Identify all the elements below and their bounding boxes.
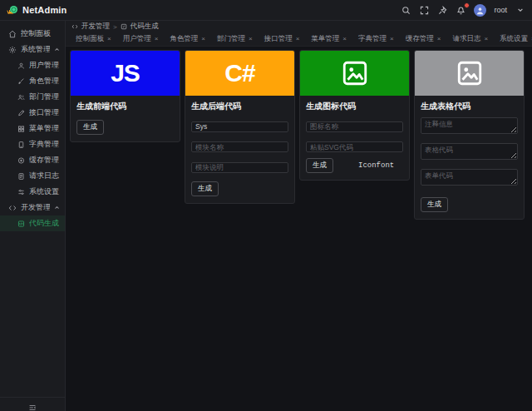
pin-icon[interactable] <box>437 5 448 16</box>
close-icon[interactable]: × <box>155 36 159 42</box>
image-banner <box>300 51 409 96</box>
generate-table-button[interactable]: 生成 <box>421 197 448 212</box>
app-logo[interactable]: NetAdmin <box>7 5 67 15</box>
netadmin-app: NetAdmin root <box>0 0 532 411</box>
tab-cache-management[interactable]: 缓存管理× <box>401 32 446 46</box>
close-icon[interactable]: × <box>249 36 253 42</box>
notification-badge <box>464 2 470 8</box>
top-actions: root <box>401 4 525 17</box>
generate-icon-button[interactable]: 生成 <box>306 158 333 173</box>
brush-icon <box>17 77 25 86</box>
main-area: 开发管理 > 代码生成 控制面板× 用户管理× 角色管理× 部门管理× 接口管理… <box>66 21 532 411</box>
cache-disc-icon <box>17 156 25 165</box>
icon-name-input[interactable] <box>306 121 403 132</box>
sidebar: 控制面板 系统管理 用户管理 角色管理 部门管理 接口管理 <box>0 21 66 411</box>
gear-icon <box>8 46 17 54</box>
svg-code-input[interactable] <box>306 141 403 152</box>
card-title: 生成后端代码 <box>191 101 288 112</box>
card-title: 生成表格代码 <box>421 101 518 112</box>
codegen-grid-icon <box>17 220 25 228</box>
user-name[interactable]: root <box>494 6 507 14</box>
module-prefix-input[interactable] <box>191 121 288 132</box>
sidebar-item-department-management[interactable]: 部门管理 <box>0 89 65 105</box>
tab-bar: 控制面板× 用户管理× 角色管理× 部门管理× 接口管理× 菜单管理× 字典管理… <box>66 32 532 47</box>
chevron-down-icon[interactable] <box>515 5 525 16</box>
image-banner <box>415 51 524 96</box>
code-icon <box>71 23 78 30</box>
close-icon[interactable]: × <box>107 36 111 42</box>
card-title: 生成前端代码 <box>76 101 174 112</box>
code-icon <box>8 204 17 212</box>
top-bar: NetAdmin root <box>0 0 532 21</box>
breadcrumb: 开发管理 > 代码生成 <box>66 21 532 32</box>
form-code-textarea[interactable] <box>421 169 518 186</box>
tab-role-management[interactable]: 角色管理× <box>165 32 210 46</box>
close-icon[interactable]: × <box>342 36 347 42</box>
tab-dictionary-management[interactable]: 字典管理× <box>353 32 399 46</box>
iconfont-link[interactable]: Iconfont <box>358 161 394 170</box>
codegen-grid-icon <box>121 23 127 30</box>
sidebar-item-user-management[interactable]: 用户管理 <box>0 57 65 73</box>
close-icon[interactable]: × <box>296 36 300 42</box>
sidebar-item-role-management[interactable]: 角色管理 <box>0 73 65 89</box>
sidebar-item-control-panel[interactable]: 控制面板 <box>0 26 65 42</box>
user-icon <box>17 62 25 70</box>
card-title: 生成图标代码 <box>306 101 403 112</box>
app-frame: 控制面板 系统管理 用户管理 角色管理 部门管理 接口管理 <box>0 21 532 411</box>
module-description-input[interactable] <box>191 162 288 173</box>
book-icon <box>17 141 25 149</box>
collapse-sidebar-icon[interactable] <box>28 400 37 409</box>
image-icon <box>341 59 369 87</box>
tab-api-management[interactable]: 接口管理× <box>259 32 305 46</box>
chevron-up-icon <box>54 205 60 210</box>
breadcrumb-page[interactable]: 代码生成 <box>131 22 159 32</box>
home-icon <box>8 30 17 38</box>
close-icon[interactable]: × <box>390 36 394 42</box>
js-logo-text: JS <box>111 59 140 87</box>
sidebar-item-system-management[interactable]: 系统管理 <box>0 42 65 57</box>
sidebar-item-request-log[interactable]: 请求日志 <box>0 168 65 184</box>
tab-control-panel[interactable]: 控制面板× <box>71 32 116 46</box>
card-frontend-code: JS 生成前端代码 生成 <box>70 50 180 142</box>
sidebar-item-cache-management[interactable]: 缓存管理 <box>0 152 65 168</box>
search-icon[interactable] <box>401 5 411 16</box>
avatar[interactable] <box>474 4 486 17</box>
tab-user-management[interactable]: 用户管理× <box>118 32 164 46</box>
csharp-banner: C# <box>185 51 294 96</box>
module-name-input[interactable] <box>191 141 288 152</box>
bell-icon[interactable] <box>456 5 466 16</box>
breadcrumb-section[interactable]: 开发管理 <box>81 22 110 32</box>
brand-name: NetAdmin <box>22 5 67 15</box>
close-icon[interactable]: × <box>437 36 441 42</box>
tab-request-log[interactable]: 请求日志× <box>447 32 493 46</box>
sidebar-item-menu-management[interactable]: 菜单管理 <box>0 121 65 136</box>
close-icon[interactable]: × <box>201 36 205 42</box>
generate-backend-button[interactable]: 生成 <box>191 181 219 196</box>
js-banner: JS <box>71 51 180 96</box>
sidebar-item-code-generation[interactable]: 代码生成 <box>0 215 65 231</box>
csharp-logo-text: C# <box>224 59 254 87</box>
close-icon[interactable]: × <box>484 36 488 42</box>
settings-sliders-icon <box>17 188 25 196</box>
card-table-code: 生成表格代码 生成 <box>414 50 525 220</box>
card-icon-code: 生成图标代码 生成 Iconfont <box>299 50 410 181</box>
log-document-icon <box>17 172 25 181</box>
card-backend-code: C# 生成后端代码 生成 <box>185 50 295 204</box>
fullscreen-icon[interactable] <box>419 5 430 16</box>
people-icon <box>17 93 25 102</box>
sidebar-item-dictionary-management[interactable]: 字典管理 <box>0 136 65 152</box>
tab-department-management[interactable]: 部门管理× <box>212 32 258 46</box>
tab-menu-management[interactable]: 菜单管理× <box>306 32 352 46</box>
comment-info-textarea[interactable] <box>421 117 518 134</box>
snail-logo-icon <box>7 5 18 15</box>
pencil-icon <box>17 109 25 117</box>
image-icon <box>456 59 484 87</box>
chevron-up-icon <box>54 47 60 52</box>
sidebar-item-system-settings[interactable]: 系统设置 <box>0 184 65 200</box>
content-area: JS 生成前端代码 生成 C# 生成后端代码 <box>66 47 532 411</box>
sidebar-item-api-management[interactable]: 接口管理 <box>0 105 65 121</box>
tab-system-settings[interactable]: 系统设置× <box>495 32 532 46</box>
sidebar-item-development-management[interactable]: 开发管理 <box>0 200 65 215</box>
table-code-textarea[interactable] <box>421 143 518 160</box>
generate-frontend-button[interactable]: 生成 <box>76 120 104 135</box>
